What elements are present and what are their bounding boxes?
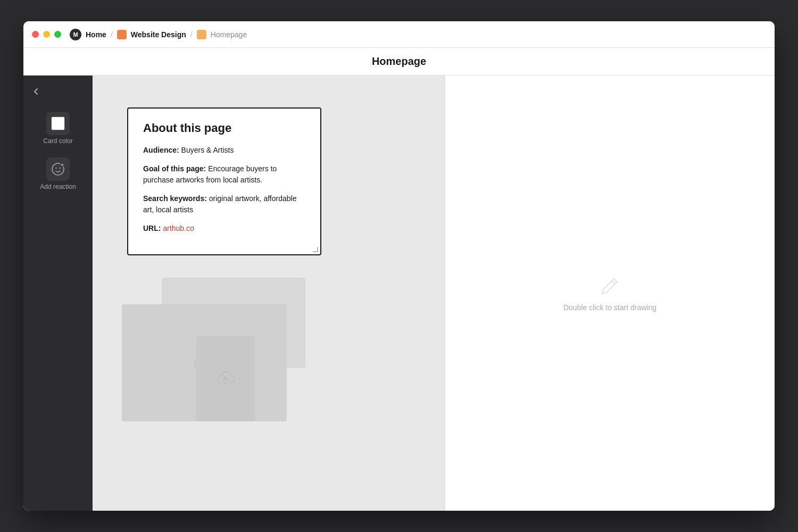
- keywords-label: Search keywords:: [143, 194, 207, 203]
- breadcrumb-page-label[interactable]: Homepage: [211, 30, 247, 39]
- audience-label: Audience:: [143, 146, 179, 154]
- info-card-audience: Audience: Buyers & Artists: [143, 145, 305, 156]
- sidebar-item-card-color[interactable]: Card color: [39, 107, 77, 149]
- breadcrumb: M Home / Website Design / Homepage: [70, 29, 247, 40]
- page-icon: [197, 30, 206, 39]
- card-color-label: Card color: [43, 137, 72, 145]
- info-card-goal: Goal of this page: Encourage buyers to p…: [143, 163, 305, 186]
- sidebar: Card color Add reaction: [23, 76, 93, 511]
- info-card-url: URL: arthub.co: [143, 223, 305, 234]
- drawing-hint: Double click to start drawing: [563, 276, 656, 312]
- svg-point-2: [59, 168, 60, 169]
- breadcrumb-home-label[interactable]: Home: [86, 30, 106, 39]
- svg-point-1: [55, 168, 56, 169]
- breadcrumb-sep-1: /: [111, 30, 113, 39]
- maximize-button[interactable]: [54, 31, 61, 38]
- info-card[interactable]: About this page Audience: Buyers & Artis…: [127, 107, 321, 255]
- goal-label: Goal of this page:: [143, 164, 206, 173]
- resize-handle[interactable]: [313, 247, 318, 252]
- minimize-button[interactable]: [43, 31, 50, 38]
- add-reaction-label: Add reaction: [40, 183, 76, 190]
- drawing-hint-text: Double click to start drawing: [563, 303, 656, 312]
- add-reaction-icon-container: [46, 157, 70, 181]
- add-reaction-icon: [51, 162, 65, 176]
- titlebar: M Home / Website Design / Homepage: [23, 21, 775, 48]
- breadcrumb-project-label[interactable]: Website Design: [131, 30, 186, 39]
- main-window: M Home / Website Design / Homepage Homep…: [23, 21, 775, 511]
- pencil-icon: [599, 276, 620, 297]
- project-icon: [117, 30, 127, 39]
- url-link[interactable]: arthub.co: [163, 224, 194, 232]
- info-card-keywords: Search keywords: original artwork, affor…: [143, 193, 305, 215]
- url-label: URL:: [143, 224, 161, 232]
- sidebar-item-add-reaction[interactable]: Add reaction: [36, 153, 80, 195]
- page-title: Homepage: [23, 48, 775, 76]
- card-color-icon-container: [46, 112, 70, 135]
- audience-value: Buyers & Artists: [181, 146, 234, 154]
- breadcrumb-sep-2: /: [190, 30, 193, 39]
- card-upload-icon-container: [196, 336, 255, 421]
- info-card-title: About this page: [143, 121, 305, 135]
- close-button[interactable]: [32, 31, 39, 38]
- home-icon: M: [70, 29, 81, 40]
- main-layout: Card color Add reaction: [23, 76, 775, 511]
- back-arrow-icon: [32, 87, 40, 96]
- right-panel[interactable]: Double click to start drawing: [445, 76, 775, 511]
- small-upload-icon: [215, 368, 236, 389]
- back-button[interactable]: [29, 84, 44, 99]
- card-stack-3: [196, 336, 255, 421]
- card-color-swatch: [51, 117, 65, 130]
- traffic-lights: [32, 31, 61, 38]
- canvas-area[interactable]: About this page Audience: Buyers & Artis…: [93, 76, 445, 511]
